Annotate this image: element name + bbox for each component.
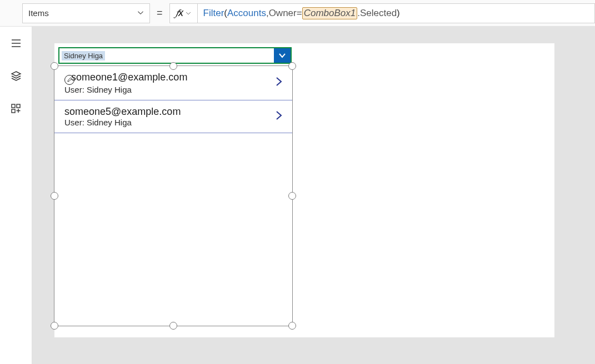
svg-rect-2 [12, 109, 15, 113]
resize-handle[interactable] [51, 322, 58, 330]
resize-handle[interactable] [288, 192, 296, 200]
token-column: Owner [269, 8, 297, 19]
resize-handle[interactable] [169, 322, 177, 330]
chevron-down-icon [186, 11, 191, 16]
svg-rect-1 [17, 104, 20, 108]
row-subtitle: User: Sidney Higa [64, 85, 273, 94]
left-toolbar [0, 27, 32, 364]
gallery-rows: someone1@example.comUser: Sidney Higasom… [54, 66, 292, 133]
token-control-ref: ComboBox1 [302, 7, 358, 19]
resize-handle[interactable] [51, 62, 58, 70]
token-property: .Selected [357, 8, 397, 19]
resize-handle[interactable] [288, 322, 296, 330]
row-title: someone5@example.com [64, 106, 273, 118]
row-title: someone1@example.com [64, 72, 273, 85]
hamburger-icon[interactable] [11, 38, 22, 51]
layers-icon[interactable] [11, 70, 22, 84]
resize-handle[interactable] [288, 62, 296, 70]
components-icon[interactable] [11, 103, 22, 117]
formula-bar: Items = 𝑓x Filter ( Accounts , Owner = C… [0, 0, 595, 27]
combobox-selected-chip: Sidney Higa [62, 51, 105, 60]
combobox-expand-button[interactable] [274, 48, 291, 63]
gallery-selection[interactable]: someone1@example.comUser: Sidney Higasom… [54, 65, 293, 326]
fx-label: 𝑓x [176, 7, 183, 19]
token-function: Filter [203, 8, 224, 19]
token-table: Accounts [227, 8, 266, 19]
token-paren-close: ) [397, 8, 400, 19]
equals-sign: = [157, 7, 163, 19]
property-selector[interactable]: Items [22, 3, 150, 23]
resize-handle[interactable] [169, 62, 177, 70]
chevron-down-icon [137, 8, 144, 18]
combobox-owner[interactable]: Sidney Higa [58, 47, 292, 64]
design-canvas[interactable]: Sidney Higa someone1@example.comUser: Si… [32, 27, 595, 364]
gallery-row[interactable]: someone1@example.comUser: Sidney Higa [54, 66, 292, 100]
chevron-right-icon[interactable] [273, 110, 284, 123]
gallery-row[interactable]: someone5@example.comUser: Sidney Higa [54, 100, 292, 133]
resize-handle[interactable] [51, 192, 58, 200]
fx-button[interactable]: 𝑓x [169, 3, 197, 23]
property-name: Items [28, 8, 49, 18]
chevron-right-icon[interactable] [273, 76, 284, 89]
chevron-down-icon [278, 51, 287, 60]
formula-editor[interactable]: Filter ( Accounts , Owner = ComboBox1 .S… [197, 3, 595, 23]
row-subtitle: User: Sidney Higa [64, 118, 273, 127]
svg-rect-0 [12, 104, 15, 108]
screen-artboard: Sidney Higa someone1@example.comUser: Si… [54, 43, 554, 337]
